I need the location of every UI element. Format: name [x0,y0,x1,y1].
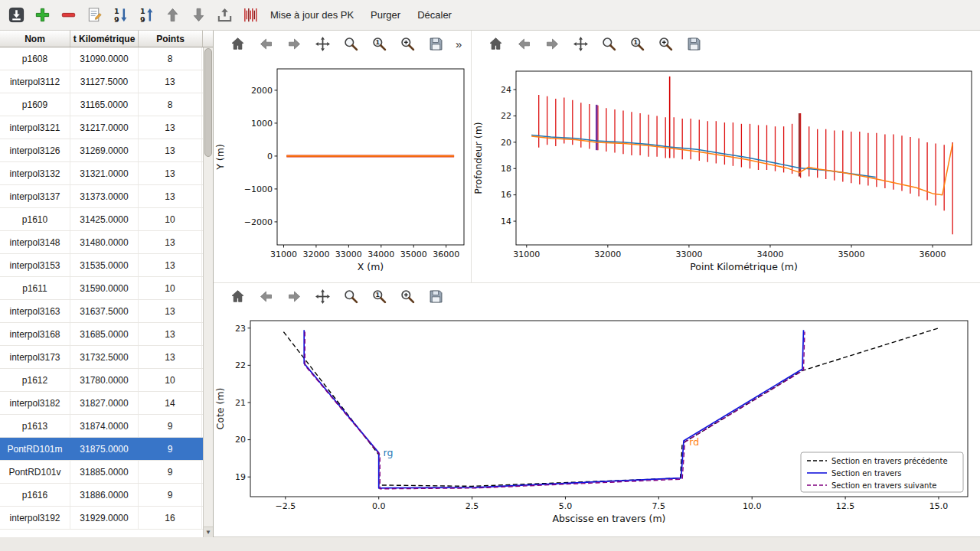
home-icon [230,36,246,52]
minus-icon [60,6,77,24]
remove-section-button[interactable] [57,4,80,27]
table-scrollbar[interactable]: ▼ [203,47,213,537]
pk-sections-button[interactable] [239,4,262,27]
home-button[interactable] [227,34,247,54]
table-cell: 31090.0000 [70,47,139,70]
table-cell: 31886.0000 [70,484,139,506]
table-row[interactable]: interpol319231929.000016 [0,507,203,530]
table-cell: p1609 [0,93,70,116]
table-row[interactable]: p161131590.000010 [0,277,203,300]
cross-section-chart[interactable]: −2.50.02.55.07.510.012.515.01920212223Ab… [214,310,975,536]
table-row[interactable]: interpol313231321.000013 [0,162,203,185]
plan-view-chart[interactable]: 310003200033000340003500036000−2000−1000… [214,57,471,283]
table-row[interactable]: PontRD101m31875.00009 [0,438,203,461]
sort-ascending-button[interactable] [135,4,158,27]
zoom-one-button[interactable] [627,34,647,54]
shift-button[interactable]: Décaler [409,3,460,27]
zoom-plus-button[interactable] [397,287,417,307]
forward-button[interactable] [284,287,304,307]
edit-icon [86,6,103,24]
svg-text:−2.5: −2.5 [275,501,296,511]
zoom-one-button[interactable] [369,287,389,307]
table-cell: 10 [139,208,202,230]
table-cell: 31885.0000 [70,461,139,483]
svg-text:Cote (m): Cote (m) [214,388,226,430]
move-down-button[interactable] [187,4,210,27]
table-row[interactable]: p161331874.00009 [0,415,203,438]
back-button[interactable] [256,287,276,307]
table-row[interactable]: interpol312631269.000013 [0,139,203,162]
table-row[interactable]: interpol317331732.500013 [0,346,203,369]
table-row[interactable]: p161031425.000010 [0,208,203,231]
edit-section-button[interactable] [83,4,106,27]
table-row[interactable]: p160831090.00008 [0,47,203,70]
scrollbar-down-button[interactable]: ▼ [204,527,213,537]
column-header-nom[interactable]: Nom [0,31,70,47]
table-cell: interpol3182 [0,392,70,414]
table-row[interactable]: PontRD101v31885.00009 [0,461,203,484]
table-row[interactable]: interpol313731373.000013 [0,185,203,208]
table-cell: 31929.0000 [70,507,139,529]
table-row[interactable]: interpol315331535.000013 [0,254,203,277]
table-cell: 14 [139,392,202,414]
zoom-rect-button[interactable] [599,34,619,54]
table-row[interactable]: interpol311231127.500013 [0,70,203,93]
table-row[interactable]: interpol316831685.000013 [0,323,203,346]
svg-text:16: 16 [501,190,511,200]
zoom-plus-icon [400,289,416,305]
table-cell: 10 [139,369,202,391]
save-figure-button[interactable] [426,287,446,307]
import-sections-button[interactable] [5,4,28,27]
zoom-rect-button[interactable] [341,34,361,54]
move-up-button[interactable] [161,4,184,27]
zoom-one-button[interactable] [369,34,389,54]
export-sections-button[interactable] [213,4,236,27]
pan-button[interactable] [312,287,332,307]
pan-button[interactable] [312,34,332,54]
table-cell: 13 [139,70,202,93]
table-row[interactable]: interpol312131217.000013 [0,116,203,139]
add-section-button[interactable] [31,4,54,27]
save-figure-button[interactable] [426,34,446,54]
plus-icon [34,6,51,24]
save-icon [428,289,444,305]
table-cell: p1608 [0,47,70,70]
toolbar-overflow-button[interactable]: » [454,37,463,51]
table-cell: p1610 [0,208,70,230]
home-button[interactable] [485,34,505,54]
application-window: Mise à jour des PK Purger Décaler Nom t … [0,0,980,551]
svg-text:32000: 32000 [594,249,621,259]
back-button[interactable] [256,34,276,54]
table-row[interactable]: p160931165.00008 [0,93,203,116]
scrollbar-thumb[interactable] [204,48,212,157]
table-row[interactable]: p161231780.000010 [0,369,203,392]
pan-icon [315,289,331,305]
column-header-pk[interactable]: t Kilométrique [70,31,139,47]
sections-table: p160831090.00008interpol311231127.500013… [0,47,203,537]
forward-button[interactable] [542,34,562,54]
column-header-points[interactable]: Points [139,31,203,47]
zoom-plus-button[interactable] [397,34,417,54]
forward-button[interactable] [284,34,304,54]
sort-descending-button[interactable] [109,4,132,27]
table-cell: 31875.0000 [70,438,139,460]
table-row[interactable]: interpol318231827.000014 [0,392,203,415]
table-row[interactable]: interpol316331637.500013 [0,300,203,323]
svg-text:rg: rg [384,447,394,458]
purge-button[interactable]: Purger [362,3,409,27]
back-icon [516,36,532,52]
save-figure-button[interactable] [684,34,704,54]
longitudinal-profile-chart[interactable]: 3100032000330003400035000360001416182022… [472,57,975,283]
table-row[interactable]: p161631886.00009 [0,484,203,507]
zoom-rect-icon [343,289,359,305]
update-pk-button[interactable]: Mise à jour des PK [262,3,362,27]
table-cell: interpol3173 [0,346,70,368]
table-row[interactable]: interpol314831480.000013 [0,231,203,254]
back-button[interactable] [514,34,534,54]
home-button[interactable] [227,287,247,307]
arrow-down-icon [190,6,207,24]
pan-button[interactable] [570,34,590,54]
zoom-plus-button[interactable] [655,34,675,54]
svg-text:36000: 36000 [433,249,459,259]
zoom-rect-button[interactable] [341,287,361,307]
